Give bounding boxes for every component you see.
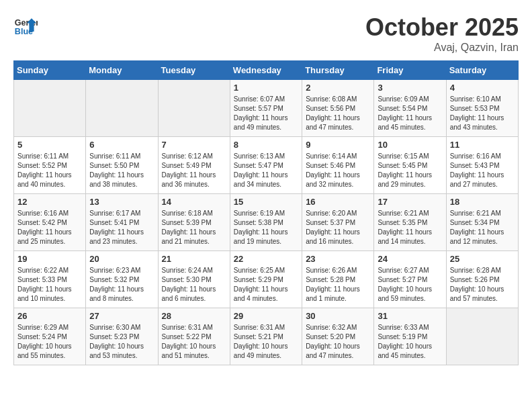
day-info: Sunrise: 6:21 AMSunset: 5:35 PMDaylight:… xyxy=(378,209,442,246)
month-title: October 2025 xyxy=(365,13,519,42)
day-number: 8 xyxy=(234,140,298,150)
day-number: 15 xyxy=(234,197,298,207)
week-row-3: 12Sunrise: 6:16 AMSunset: 5:42 PMDayligh… xyxy=(14,194,519,251)
day-cell: 28Sunrise: 6:31 AMSunset: 5:22 PMDayligh… xyxy=(158,308,230,365)
day-info: Sunrise: 6:24 AMSunset: 5:30 PMDaylight:… xyxy=(162,266,226,304)
day-cell: 30Sunrise: 6:32 AMSunset: 5:20 PMDayligh… xyxy=(302,308,374,365)
day-cell: 11Sunrise: 6:16 AMSunset: 5:43 PMDayligh… xyxy=(446,137,518,194)
day-cell: 31Sunrise: 6:33 AMSunset: 5:19 PMDayligh… xyxy=(374,308,446,365)
day-number: 9 xyxy=(306,140,370,150)
day-number: 18 xyxy=(450,197,515,207)
day-info: Sunrise: 6:23 AMSunset: 5:32 PMDaylight:… xyxy=(89,266,154,304)
day-number: 22 xyxy=(234,254,298,264)
week-row-4: 19Sunrise: 6:22 AMSunset: 5:33 PMDayligh… xyxy=(14,251,519,308)
day-number: 6 xyxy=(89,140,154,150)
day-info: Sunrise: 6:16 AMSunset: 5:43 PMDaylight:… xyxy=(450,152,515,189)
day-info: Sunrise: 6:25 AMSunset: 5:29 PMDaylight:… xyxy=(234,266,298,304)
day-number: 11 xyxy=(450,140,515,150)
day-number: 24 xyxy=(378,254,442,264)
location-subtitle: Avaj, Qazvin, Iran xyxy=(365,42,519,54)
day-cell: 2Sunrise: 6:08 AMSunset: 5:56 PMDaylight… xyxy=(302,80,374,137)
day-number: 17 xyxy=(378,197,442,207)
week-row-5: 26Sunrise: 6:29 AMSunset: 5:24 PMDayligh… xyxy=(14,308,519,365)
day-number: 4 xyxy=(450,83,515,93)
day-cell: 13Sunrise: 6:17 AMSunset: 5:41 PMDayligh… xyxy=(86,194,158,251)
day-number: 13 xyxy=(89,197,154,207)
day-info: Sunrise: 6:31 AMSunset: 5:21 PMDaylight:… xyxy=(234,323,298,361)
day-number: 30 xyxy=(306,311,370,321)
day-info: Sunrise: 6:09 AMSunset: 5:54 PMDaylight:… xyxy=(378,95,442,132)
day-cell: 18Sunrise: 6:21 AMSunset: 5:34 PMDayligh… xyxy=(446,194,518,251)
day-number: 1 xyxy=(234,83,298,93)
day-number: 3 xyxy=(378,83,442,93)
day-info: Sunrise: 6:19 AMSunset: 5:38 PMDaylight:… xyxy=(234,209,298,246)
header-row: Sunday Monday Tuesday Wednesday Thursday… xyxy=(14,61,519,80)
day-info: Sunrise: 6:21 AMSunset: 5:34 PMDaylight:… xyxy=(450,209,515,246)
day-cell: 8Sunrise: 6:13 AMSunset: 5:47 PMDaylight… xyxy=(230,137,302,194)
day-number: 26 xyxy=(17,311,82,321)
col-tuesday: Tuesday xyxy=(158,61,230,80)
day-info: Sunrise: 6:31 AMSunset: 5:22 PMDaylight:… xyxy=(162,323,226,361)
col-thursday: Thursday xyxy=(302,61,374,80)
day-cell: 23Sunrise: 6:26 AMSunset: 5:28 PMDayligh… xyxy=(302,251,374,308)
day-cell: 7Sunrise: 6:12 AMSunset: 5:49 PMDaylight… xyxy=(158,137,230,194)
day-info: Sunrise: 6:20 AMSunset: 5:37 PMDaylight:… xyxy=(306,209,370,246)
day-cell: 26Sunrise: 6:29 AMSunset: 5:24 PMDayligh… xyxy=(14,308,86,365)
day-info: Sunrise: 6:22 AMSunset: 5:33 PMDaylight:… xyxy=(17,266,82,304)
week-row-1: 1Sunrise: 6:07 AMSunset: 5:57 PMDaylight… xyxy=(14,80,519,137)
day-number: 10 xyxy=(378,140,442,150)
day-number: 7 xyxy=(162,140,226,150)
day-cell: 12Sunrise: 6:16 AMSunset: 5:42 PMDayligh… xyxy=(14,194,86,251)
day-number: 19 xyxy=(17,254,82,264)
day-info: Sunrise: 6:13 AMSunset: 5:47 PMDaylight:… xyxy=(234,152,298,189)
logo-icon: General Blue xyxy=(13,13,38,38)
day-info: Sunrise: 6:11 AMSunset: 5:50 PMDaylight:… xyxy=(89,152,154,189)
day-cell xyxy=(14,80,86,137)
day-cell: 24Sunrise: 6:27 AMSunset: 5:27 PMDayligh… xyxy=(374,251,446,308)
day-number: 21 xyxy=(162,254,226,264)
day-number: 29 xyxy=(234,311,298,321)
day-info: Sunrise: 6:11 AMSunset: 5:52 PMDaylight:… xyxy=(17,152,82,189)
day-cell: 16Sunrise: 6:20 AMSunset: 5:37 PMDayligh… xyxy=(302,194,374,251)
day-info: Sunrise: 6:27 AMSunset: 5:27 PMDaylight:… xyxy=(378,266,442,304)
day-info: Sunrise: 6:26 AMSunset: 5:28 PMDaylight:… xyxy=(306,266,370,304)
day-number: 23 xyxy=(306,254,370,264)
day-info: Sunrise: 6:28 AMSunset: 5:26 PMDaylight:… xyxy=(450,266,515,304)
day-cell: 17Sunrise: 6:21 AMSunset: 5:35 PMDayligh… xyxy=(374,194,446,251)
day-cell: 3Sunrise: 6:09 AMSunset: 5:54 PMDaylight… xyxy=(374,80,446,137)
day-cell: 5Sunrise: 6:11 AMSunset: 5:52 PMDaylight… xyxy=(14,137,86,194)
week-row-2: 5Sunrise: 6:11 AMSunset: 5:52 PMDaylight… xyxy=(14,137,519,194)
day-cell: 6Sunrise: 6:11 AMSunset: 5:50 PMDaylight… xyxy=(86,137,158,194)
day-info: Sunrise: 6:14 AMSunset: 5:46 PMDaylight:… xyxy=(306,152,370,189)
day-cell: 20Sunrise: 6:23 AMSunset: 5:32 PMDayligh… xyxy=(86,251,158,308)
day-number: 2 xyxy=(306,83,370,93)
day-number: 25 xyxy=(450,254,515,264)
calendar-table: Sunday Monday Tuesday Wednesday Thursday… xyxy=(13,60,519,365)
day-number: 12 xyxy=(17,197,82,207)
day-cell: 14Sunrise: 6:18 AMSunset: 5:39 PMDayligh… xyxy=(158,194,230,251)
logo: General Blue xyxy=(13,13,38,38)
page-header: General Blue October 2025 Avaj, Qazvin, … xyxy=(13,13,519,54)
day-cell xyxy=(446,308,518,365)
day-cell: 22Sunrise: 6:25 AMSunset: 5:29 PMDayligh… xyxy=(230,251,302,308)
day-info: Sunrise: 6:33 AMSunset: 5:19 PMDaylight:… xyxy=(378,323,442,361)
day-info: Sunrise: 6:16 AMSunset: 5:42 PMDaylight:… xyxy=(17,209,82,246)
day-cell xyxy=(86,80,158,137)
day-number: 20 xyxy=(89,254,154,264)
col-monday: Monday xyxy=(86,61,158,80)
day-number: 14 xyxy=(162,197,226,207)
day-cell: 10Sunrise: 6:15 AMSunset: 5:45 PMDayligh… xyxy=(374,137,446,194)
day-info: Sunrise: 6:08 AMSunset: 5:56 PMDaylight:… xyxy=(306,95,370,132)
day-info: Sunrise: 6:18 AMSunset: 5:39 PMDaylight:… xyxy=(162,209,226,246)
day-cell: 21Sunrise: 6:24 AMSunset: 5:30 PMDayligh… xyxy=(158,251,230,308)
title-area: October 2025 Avaj, Qazvin, Iran xyxy=(365,13,519,54)
day-cell: 15Sunrise: 6:19 AMSunset: 5:38 PMDayligh… xyxy=(230,194,302,251)
day-cell xyxy=(158,80,230,137)
col-sunday: Sunday xyxy=(14,61,86,80)
day-info: Sunrise: 6:07 AMSunset: 5:57 PMDaylight:… xyxy=(234,95,298,132)
day-info: Sunrise: 6:17 AMSunset: 5:41 PMDaylight:… xyxy=(89,209,154,246)
col-wednesday: Wednesday xyxy=(230,61,302,80)
day-info: Sunrise: 6:30 AMSunset: 5:23 PMDaylight:… xyxy=(89,323,154,361)
day-cell: 4Sunrise: 6:10 AMSunset: 5:53 PMDaylight… xyxy=(446,80,518,137)
day-cell: 1Sunrise: 6:07 AMSunset: 5:57 PMDaylight… xyxy=(230,80,302,137)
